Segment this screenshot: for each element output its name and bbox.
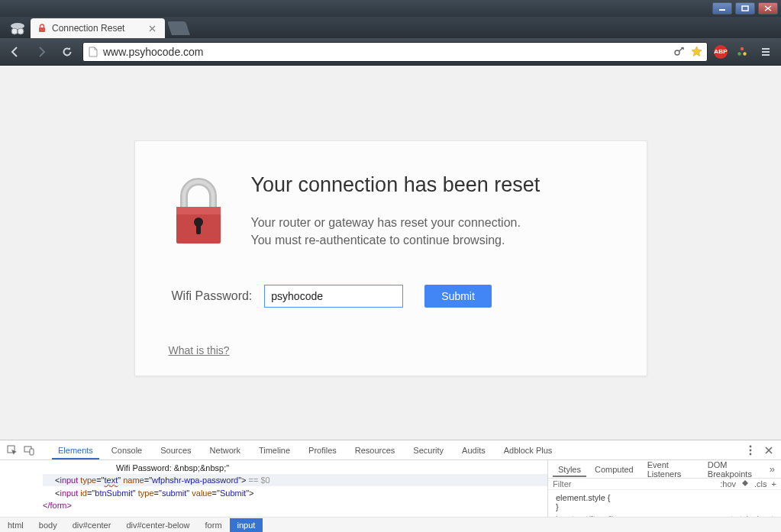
- style-rule-line: }: [556, 502, 773, 511]
- styles-add-rule-icon[interactable]: +: [772, 479, 776, 488]
- browser-toolbar: ABP: [0, 38, 781, 66]
- menu-button[interactable]: [755, 41, 776, 63]
- lock-favicon-icon: [37, 23, 47, 34]
- svg-point-18: [750, 445, 752, 447]
- svg-rect-12: [176, 207, 221, 214]
- card-line2: You must re-authenticate to continue bro…: [251, 231, 541, 249]
- elements-line-text: Wifi Password: &nbsp;&nbsp;": [43, 462, 547, 474]
- reset-card: Your connection has been reset Your rout…: [134, 140, 647, 376]
- svg-point-2: [11, 23, 24, 29]
- svg-point-9: [737, 52, 741, 55]
- submit-button[interactable]: Submit: [424, 285, 492, 308]
- devtools-tab-elements[interactable]: Elements: [52, 441, 99, 459]
- styles-cls-toggle[interactable]: .cls: [754, 479, 767, 488]
- tab-title: Connection Reset: [52, 23, 124, 34]
- bookmark-star-icon[interactable]: [690, 46, 702, 58]
- abp-extension-button[interactable]: ABP: [712, 44, 729, 60]
- styles-filter-input[interactable]: [553, 479, 715, 488]
- extension-button[interactable]: [734, 44, 750, 60]
- styles-tab-computed[interactable]: Computed: [589, 462, 639, 477]
- crumb-form[interactable]: form: [198, 518, 230, 532]
- window-maximize-button[interactable]: [735, 2, 755, 15]
- wifi-form-row: Wifi Password: Submit: [169, 285, 613, 308]
- wifi-password-input[interactable]: [264, 285, 403, 308]
- svg-point-8: [741, 47, 744, 50]
- devtools-elements-tree[interactable]: Wifi Password: &nbsp;&nbsp;" <input type…: [0, 460, 547, 517]
- devtools-tab-security[interactable]: Security: [407, 441, 450, 459]
- devtools-tab-sources[interactable]: Sources: [154, 441, 197, 459]
- svg-rect-14: [196, 224, 201, 234]
- devtools-close-icon[interactable]: [763, 444, 775, 456]
- devtools-styles-pane: Styles Computed Event Listeners DOM Brea…: [547, 460, 781, 517]
- incognito-icon: [5, 18, 31, 38]
- tab-close-button[interactable]: [147, 23, 157, 34]
- devtools-breadcrumbs: html body div#center div#center-below fo…: [0, 517, 781, 532]
- style-rule-line: element.style {: [556, 493, 773, 502]
- new-tab-button[interactable]: [167, 21, 190, 35]
- styles-pin-icon[interactable]: [741, 479, 750, 489]
- window-close-button[interactable]: [758, 2, 778, 15]
- elements-line-close[interactable]: </form>: [43, 499, 547, 511]
- svg-point-7: [675, 50, 679, 55]
- crumb-input[interactable]: input: [230, 518, 263, 532]
- page-viewport: Your connection has been reset Your rout…: [0, 66, 781, 440]
- devtools-panel: Elements Console Sources Network Timelin…: [0, 440, 781, 532]
- styles-tab-styles[interactable]: Styles: [553, 462, 586, 477]
- devtools-tab-network[interactable]: Network: [204, 441, 247, 459]
- styles-tab-eventlisteners[interactable]: Event Listeners: [642, 457, 699, 482]
- devtools-more-icon[interactable]: [744, 444, 757, 456]
- devtools-tab-console[interactable]: Console: [105, 441, 148, 459]
- svg-rect-0: [719, 9, 725, 11]
- elements-line-selected[interactable]: <input type="text" name="wfphshr-wpa-pas…: [43, 474, 547, 486]
- devtools-tab-audits[interactable]: Audits: [456, 441, 492, 459]
- svg-point-20: [750, 453, 752, 455]
- address-bar[interactable]: [82, 42, 708, 62]
- omnibox-right-icons: [673, 46, 702, 58]
- devtools-tab-resources[interactable]: Resources: [349, 441, 402, 459]
- what-is-this-link[interactable]: What is this?: [169, 344, 230, 356]
- styles-hov-toggle[interactable]: :hov: [720, 479, 736, 488]
- svg-rect-5: [17, 31, 18, 32]
- crumb-center[interactable]: div#center: [65, 518, 119, 532]
- svg-point-3: [11, 28, 18, 34]
- browser-tab[interactable]: Connection Reset: [31, 18, 165, 38]
- browser-tabstrip: Connection Reset: [0, 17, 781, 38]
- abp-badge: ABP: [714, 45, 728, 59]
- device-toolbar-icon[interactable]: [23, 444, 35, 456]
- svg-rect-1: [742, 6, 748, 11]
- reload-button[interactable]: [56, 41, 78, 63]
- svg-point-19: [750, 449, 752, 451]
- crumb-center-below[interactable]: div#center-below: [118, 518, 197, 532]
- window-minimize-button[interactable]: [712, 2, 732, 15]
- devtools-tab-adblockplus[interactable]: Adblock Plus: [498, 441, 559, 459]
- crumb-body[interactable]: body: [31, 518, 65, 532]
- back-button[interactable]: [5, 41, 26, 63]
- url-input[interactable]: [103, 46, 669, 58]
- elements-line[interactable]: <input id="btnSubmit" type="submit" valu…: [43, 487, 547, 499]
- card-heading: Your connection has been reset: [251, 173, 541, 197]
- svg-rect-17: [30, 449, 34, 455]
- svg-point-10: [743, 52, 746, 55]
- styles-tab-dombreakpoints[interactable]: DOM Breakpoints: [702, 457, 766, 482]
- svg-point-4: [18, 28, 24, 34]
- styles-tab-overflow-icon[interactable]: »: [770, 463, 781, 475]
- page-icon: [88, 47, 98, 57]
- forward-button[interactable]: [31, 41, 52, 63]
- svg-rect-6: [39, 27, 45, 32]
- card-line1: Your router or gateway has reset your co…: [251, 214, 541, 231]
- key-icon[interactable]: [673, 46, 686, 58]
- window-titlebar: [0, 0, 781, 17]
- devtools-tab-profiles[interactable]: Profiles: [302, 441, 343, 459]
- inspect-element-icon[interactable]: [6, 444, 18, 456]
- wifi-password-label: Wifi Password:: [172, 289, 253, 303]
- devtools-tab-timeline[interactable]: Timeline: [253, 441, 296, 459]
- crumb-html[interactable]: html: [0, 518, 31, 532]
- lock-icon: [169, 173, 228, 250]
